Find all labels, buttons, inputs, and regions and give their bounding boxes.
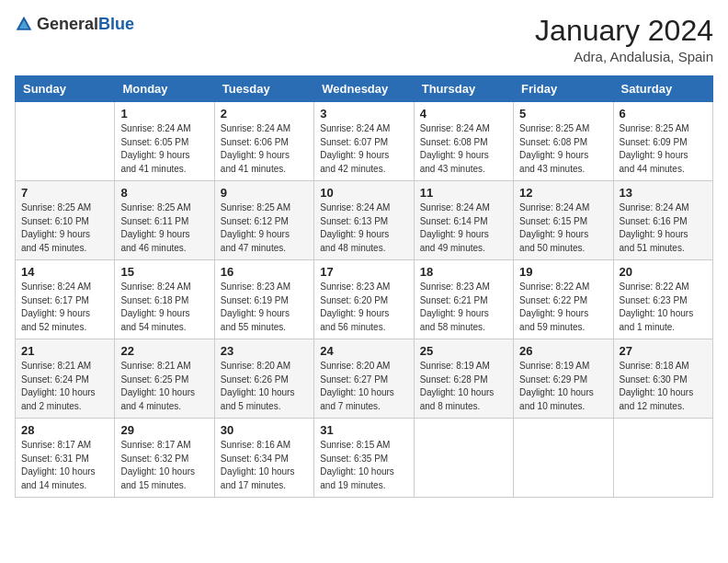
calendar-cell: 20Sunrise: 8:22 AM Sunset: 6:23 PM Dayli… [613, 260, 712, 339]
day-info: Sunrise: 8:24 AM Sunset: 6:14 PM Dayligh… [420, 201, 507, 255]
day-info: Sunrise: 8:19 AM Sunset: 6:28 PM Dayligh… [420, 360, 507, 413]
day-number: 14 [21, 265, 108, 279]
weekday-header-saturday: Saturday [613, 76, 712, 102]
calendar-cell [613, 419, 712, 498]
month-title: January 2024 [535, 15, 713, 47]
day-number: 22 [120, 344, 208, 358]
calendar-cell: 10Sunrise: 8:24 AM Sunset: 6:13 PM Dayli… [314, 181, 414, 260]
calendar-cell: 31Sunrise: 8:15 AM Sunset: 6:35 PM Dayli… [314, 419, 414, 498]
day-info: Sunrise: 8:23 AM Sunset: 6:20 PM Dayligh… [320, 281, 407, 334]
day-info: Sunrise: 8:24 AM Sunset: 6:15 PM Dayligh… [519, 201, 607, 255]
day-info: Sunrise: 8:21 AM Sunset: 6:24 PM Dayligh… [21, 360, 108, 413]
day-number: 13 [620, 186, 707, 200]
calendar-cell: 1Sunrise: 8:24 AM Sunset: 6:05 PM Daylig… [115, 102, 214, 181]
calendar-week-row: 1Sunrise: 8:24 AM Sunset: 6:05 PM Daylig… [16, 102, 713, 181]
calendar-cell: 12Sunrise: 8:24 AM Sunset: 6:15 PM Dayli… [514, 181, 613, 260]
day-info: Sunrise: 8:22 AM Sunset: 6:22 PM Dayligh… [519, 281, 607, 334]
calendar-cell: 21Sunrise: 8:21 AM Sunset: 6:24 PM Dayli… [16, 339, 115, 419]
day-number: 24 [320, 344, 407, 358]
day-number: 27 [620, 344, 707, 358]
calendar-cell: 6Sunrise: 8:25 AM Sunset: 6:09 PM Daylig… [613, 102, 712, 181]
day-info: Sunrise: 8:17 AM Sunset: 6:31 PM Dayligh… [21, 439, 108, 492]
day-number: 17 [320, 265, 407, 279]
day-info: Sunrise: 8:23 AM Sunset: 6:21 PM Dayligh… [420, 281, 507, 334]
day-number: 23 [221, 344, 308, 358]
day-number: 28 [21, 423, 108, 437]
day-info: Sunrise: 8:17 AM Sunset: 6:32 PM Dayligh… [120, 439, 208, 492]
logo-text-general: General [37, 15, 98, 33]
logo-icon [15, 15, 33, 33]
day-number: 31 [320, 423, 407, 437]
calendar-cell: 18Sunrise: 8:23 AM Sunset: 6:21 PM Dayli… [414, 260, 513, 339]
day-info: Sunrise: 8:20 AM Sunset: 6:27 PM Dayligh… [320, 360, 407, 413]
weekday-header-sunday: Sunday [16, 76, 115, 102]
day-info: Sunrise: 8:20 AM Sunset: 6:26 PM Dayligh… [221, 360, 308, 413]
day-number: 25 [420, 344, 507, 358]
calendar-cell: 26Sunrise: 8:19 AM Sunset: 6:29 PM Dayli… [514, 339, 613, 419]
calendar-cell: 25Sunrise: 8:19 AM Sunset: 6:28 PM Dayli… [414, 339, 513, 419]
day-info: Sunrise: 8:24 AM Sunset: 6:06 PM Dayligh… [221, 122, 308, 176]
calendar-cell: 15Sunrise: 8:24 AM Sunset: 6:18 PM Dayli… [115, 260, 214, 339]
day-info: Sunrise: 8:24 AM Sunset: 6:13 PM Dayligh… [320, 201, 407, 255]
day-info: Sunrise: 8:25 AM Sunset: 6:10 PM Dayligh… [21, 201, 108, 255]
day-number: 1 [120, 107, 208, 121]
calendar-table: SundayMondayTuesdayWednesdayThursdayFrid… [15, 75, 713, 498]
day-number: 12 [519, 186, 607, 200]
location-title: Adra, Andalusia, Spain [535, 49, 713, 64]
calendar-cell: 5Sunrise: 8:25 AM Sunset: 6:08 PM Daylig… [514, 102, 613, 181]
day-number: 5 [519, 107, 607, 121]
day-info: Sunrise: 8:24 AM Sunset: 6:05 PM Dayligh… [120, 122, 208, 176]
day-info: Sunrise: 8:24 AM Sunset: 6:17 PM Dayligh… [21, 281, 108, 334]
calendar-header: SundayMondayTuesdayWednesdayThursdayFrid… [16, 76, 713, 102]
calendar-body: 1Sunrise: 8:24 AM Sunset: 6:05 PM Daylig… [16, 102, 713, 498]
calendar-cell: 11Sunrise: 8:24 AM Sunset: 6:14 PM Dayli… [414, 181, 513, 260]
day-number: 7 [21, 186, 108, 200]
day-info: Sunrise: 8:15 AM Sunset: 6:35 PM Dayligh… [320, 439, 407, 492]
day-info: Sunrise: 8:25 AM Sunset: 6:11 PM Dayligh… [120, 201, 208, 255]
day-info: Sunrise: 8:19 AM Sunset: 6:29 PM Dayligh… [519, 360, 607, 413]
day-number: 18 [420, 265, 507, 279]
day-number: 10 [320, 186, 407, 200]
day-number: 2 [221, 107, 308, 121]
calendar-cell: 4Sunrise: 8:24 AM Sunset: 6:08 PM Daylig… [414, 102, 513, 181]
day-info: Sunrise: 8:18 AM Sunset: 6:30 PM Dayligh… [620, 360, 707, 413]
day-info: Sunrise: 8:22 AM Sunset: 6:23 PM Dayligh… [620, 281, 707, 334]
calendar-cell: 23Sunrise: 8:20 AM Sunset: 6:26 PM Dayli… [214, 339, 313, 419]
calendar-cell: 28Sunrise: 8:17 AM Sunset: 6:31 PM Dayli… [16, 419, 115, 498]
day-info: Sunrise: 8:25 AM Sunset: 6:08 PM Dayligh… [519, 122, 607, 176]
day-info: Sunrise: 8:24 AM Sunset: 6:18 PM Dayligh… [120, 281, 208, 334]
calendar-cell: 14Sunrise: 8:24 AM Sunset: 6:17 PM Dayli… [16, 260, 115, 339]
weekday-header-monday: Monday [115, 76, 214, 102]
calendar-cell: 16Sunrise: 8:23 AM Sunset: 6:19 PM Dayli… [214, 260, 313, 339]
calendar-cell [414, 419, 513, 498]
weekday-header-friday: Friday [514, 76, 613, 102]
calendar-cell [16, 102, 115, 181]
day-number: 3 [320, 107, 407, 121]
calendar-cell: 29Sunrise: 8:17 AM Sunset: 6:32 PM Dayli… [115, 419, 214, 498]
day-number: 11 [420, 186, 507, 200]
calendar-cell: 13Sunrise: 8:24 AM Sunset: 6:16 PM Dayli… [613, 181, 712, 260]
day-number: 21 [21, 344, 108, 358]
day-number: 30 [221, 423, 308, 437]
calendar-cell: 9Sunrise: 8:25 AM Sunset: 6:12 PM Daylig… [214, 181, 313, 260]
day-number: 15 [120, 265, 208, 279]
weekday-header-tuesday: Tuesday [214, 76, 313, 102]
calendar-cell: 24Sunrise: 8:20 AM Sunset: 6:27 PM Dayli… [314, 339, 414, 419]
day-info: Sunrise: 8:16 AM Sunset: 6:34 PM Dayligh… [221, 439, 308, 492]
weekday-header-wednesday: Wednesday [314, 76, 414, 102]
day-number: 8 [120, 186, 208, 200]
day-number: 29 [120, 423, 208, 437]
page-header: GeneralBlue January 2024 Adra, Andalusia… [15, 15, 713, 64]
calendar-week-row: 14Sunrise: 8:24 AM Sunset: 6:17 PM Dayli… [16, 260, 713, 339]
day-info: Sunrise: 8:25 AM Sunset: 6:09 PM Dayligh… [620, 122, 707, 176]
day-info: Sunrise: 8:24 AM Sunset: 6:16 PM Dayligh… [620, 201, 707, 255]
calendar-cell: 30Sunrise: 8:16 AM Sunset: 6:34 PM Dayli… [214, 419, 313, 498]
day-number: 19 [519, 265, 607, 279]
calendar-cell: 3Sunrise: 8:24 AM Sunset: 6:07 PM Daylig… [314, 102, 414, 181]
logo-text-blue: Blue [98, 15, 134, 33]
day-number: 9 [221, 186, 308, 200]
title-area: January 2024 Adra, Andalusia, Spain [535, 15, 713, 64]
day-info: Sunrise: 8:24 AM Sunset: 6:08 PM Dayligh… [420, 122, 507, 176]
day-info: Sunrise: 8:21 AM Sunset: 6:25 PM Dayligh… [120, 360, 208, 413]
calendar-cell: 19Sunrise: 8:22 AM Sunset: 6:22 PM Dayli… [514, 260, 613, 339]
